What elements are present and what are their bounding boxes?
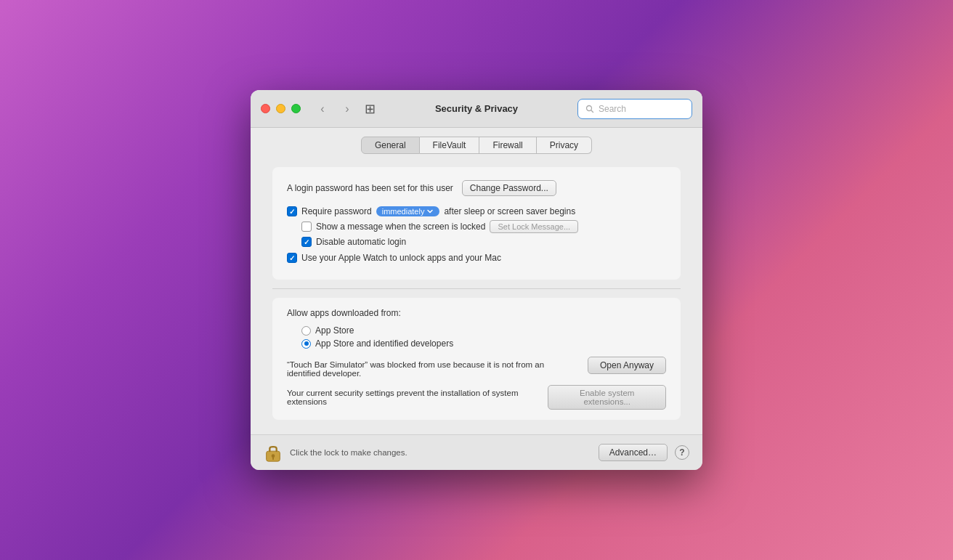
apple-watch-row: Use your Apple Watch to unlock apps and … [287,253,666,263]
set-lock-message-button[interactable]: Set Lock Message... [490,220,578,233]
apple-watch-checkbox[interactable] [287,253,297,263]
downloads-title: Allow apps downloaded from: [287,308,666,318]
lock-icon[interactable] [264,442,283,463]
app-store-identified-option: App Store and identified developers [301,338,666,349]
show-message-row: Show a message when the screen is locked… [301,220,666,233]
search-input[interactable] [599,104,684,114]
tab-general[interactable]: General [361,137,420,154]
require-password-label: Require password [301,206,372,216]
app-store-identified-radio[interactable] [301,339,311,349]
traffic-lights [261,104,301,113]
help-button[interactable]: ? [675,445,689,460]
apple-watch-label: Use your Apple Watch to unlock apps and … [301,253,501,263]
downloads-section: Allow apps downloaded from: App Store Ap… [272,298,681,420]
nav-buttons: ‹ › [312,99,357,119]
login-header: A login password has been set for this u… [287,180,666,196]
security-privacy-window: ‹ › ⊞ Security & Privacy General FileVau… [251,90,702,470]
login-header-text: A login password has been set for this u… [287,183,453,193]
require-password-row: Require password immediately after sleep… [287,206,666,216]
login-section: A login password has been set for this u… [272,167,681,280]
advanced-button[interactable]: Advanced… [599,444,668,461]
tab-firewall[interactable]: Firewall [479,137,536,154]
tab-privacy[interactable]: Privacy [537,137,592,154]
search-icon [585,105,594,113]
chevron-down-icon [426,208,434,215]
main-content: A login password has been set for this u… [251,160,702,434]
search-box[interactable] [577,99,692,119]
grid-icon[interactable]: ⊞ [365,101,376,117]
disable-login-checkbox[interactable] [301,237,312,247]
app-store-identified-label: App Store and identified developers [315,338,453,349]
require-password-checkbox[interactable] [287,206,297,216]
lock-text: Click the lock to make changes. [290,448,591,457]
immediately-dropdown[interactable]: immediately [376,206,440,216]
app-store-label: App Store [315,325,354,336]
close-button[interactable] [261,104,270,113]
app-store-option: App Store [301,325,666,336]
titlebar: ‹ › ⊞ Security & Privacy [251,90,702,128]
app-store-radio[interactable] [301,326,311,336]
section-divider [272,288,681,289]
tab-filevault[interactable]: FileVault [420,137,480,154]
footer: Click the lock to make changes. Advanced… [251,434,702,470]
show-message-label: Show a message when the screen is locked [316,222,485,232]
system-ext-message: Your current security settings prevent t… [287,389,548,406]
blocked-message-row: “Touch Bar Simulator” was blocked from u… [287,353,666,381]
show-message-checkbox[interactable] [301,222,312,232]
minimize-button[interactable] [276,104,285,113]
svg-line-1 [591,110,593,112]
disable-login-row: Disable automatic login [301,237,666,247]
blocked-message: “Touch Bar Simulator” was blocked from u… [287,360,563,378]
disable-login-label: Disable automatic login [316,237,406,247]
back-button[interactable]: ‹ [312,99,333,119]
change-password-button[interactable]: Change Password... [462,180,556,196]
enable-ext-button[interactable]: Enable system extensions... [548,385,666,410]
after-sleep-text: after sleep or screen saver begins [444,206,575,216]
forward-button[interactable]: › [337,99,357,119]
open-anyway-button[interactable]: Open Anyway [588,357,666,374]
window-title: Security & Privacy [435,103,518,114]
tabs-bar: General FileVault Firewall Privacy [251,128,702,160]
maximize-button[interactable] [291,104,301,113]
system-ext-row: Your current security settings prevent t… [287,385,666,410]
